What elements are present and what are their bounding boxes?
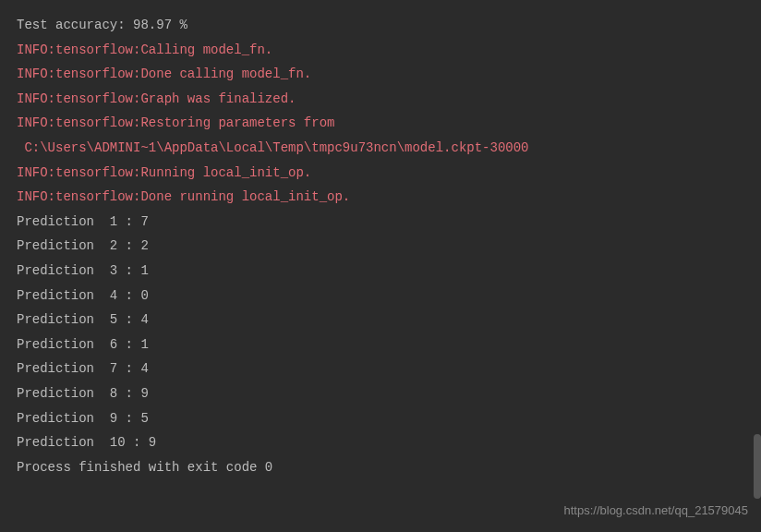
- output-line: Prediction 2 : 2: [17, 234, 744, 259]
- output-line: INFO:tensorflow:Done running local_init_…: [17, 185, 744, 210]
- output-line: Prediction 9 : 5: [17, 406, 744, 431]
- output-line: Prediction 6 : 1: [17, 332, 744, 357]
- prediction-line: Prediction 8 : 9: [17, 386, 149, 401]
- output-line: Prediction 5 : 4: [17, 308, 744, 332]
- info-log-line: INFO:tensorflow:Done calling model_fn.: [17, 66, 311, 81]
- exit-code-line: Process finished with exit code 0: [17, 460, 272, 475]
- terminal-output: Test accuracy: 98.97 % INFO:tensorflow:C…: [17, 13, 744, 479]
- output-line: Prediction 7 : 4: [17, 357, 744, 381]
- output-line: INFO:tensorflow:Done calling model_fn.: [17, 62, 744, 87]
- prediction-line: Prediction 10 : 9: [17, 435, 156, 450]
- output-line: Test accuracy: 98.97 %: [17, 13, 744, 38]
- info-log-line: INFO:tensorflow:Calling model_fn.: [17, 42, 272, 57]
- output-line: INFO:tensorflow:Graph was finalized.: [17, 87, 744, 112]
- prediction-line: Prediction 2 : 2: [17, 238, 149, 253]
- test-accuracy-line: Test accuracy: 98.97 %: [17, 18, 187, 32]
- info-log-line: INFO:tensorflow:Restoring parameters fro…: [17, 115, 334, 130]
- output-line: Prediction 3 : 1: [17, 259, 744, 284]
- scrollbar-thumb[interactable]: [754, 434, 761, 499]
- prediction-line: Prediction 4 : 0: [17, 288, 149, 303]
- output-line: INFO:tensorflow:Restoring parameters fro…: [17, 111, 744, 136]
- info-log-line: INFO:tensorflow:Graph was finalized.: [17, 91, 296, 106]
- prediction-line: Prediction 9 : 5: [17, 411, 149, 426]
- prediction-line: Prediction 3 : 1: [17, 263, 149, 278]
- info-log-path-line: C:\Users\ADMINI~1\AppData\Local\Temp\tmp…: [17, 140, 529, 155]
- output-line: C:\Users\ADMINI~1\AppData\Local\Temp\tmp…: [17, 136, 744, 161]
- prediction-line: Prediction 7 : 4: [17, 361, 149, 376]
- output-line: Prediction 8 : 9: [17, 381, 744, 406]
- info-log-line: INFO:tensorflow:Done running local_init_…: [17, 189, 350, 204]
- watermark-text: https://blog.csdn.net/qq_21579045: [564, 500, 749, 523]
- output-line: Process finished with exit code 0: [17, 455, 744, 480]
- prediction-line: Prediction 6 : 1: [17, 337, 149, 352]
- info-log-line: INFO:tensorflow:Running local_init_op.: [17, 165, 311, 180]
- prediction-line: Prediction 1 : 7: [17, 214, 149, 229]
- output-line: Prediction 10 : 9: [17, 430, 744, 455]
- output-line: INFO:tensorflow:Running local_init_op.: [17, 161, 744, 186]
- output-line: Prediction 4 : 0: [17, 284, 744, 308]
- prediction-line: Prediction 5 : 4: [17, 312, 149, 327]
- output-line: INFO:tensorflow:Calling model_fn.: [17, 38, 744, 63]
- output-line: Prediction 1 : 7: [17, 210, 744, 235]
